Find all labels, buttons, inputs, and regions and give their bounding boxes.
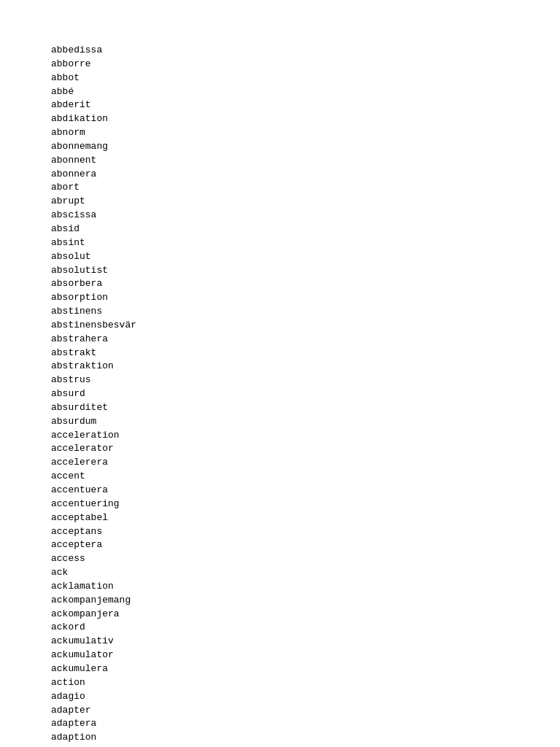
list-item: abscissa bbox=[51, 209, 509, 222]
list-item: ackumulativ bbox=[51, 635, 509, 649]
list-item: adaptera bbox=[51, 717, 509, 731]
list-item: absint bbox=[51, 236, 509, 250]
list-item: acceptera bbox=[51, 538, 509, 552]
list-item: acceleration bbox=[51, 429, 509, 443]
list-item: abdikation bbox=[51, 112, 509, 126]
list-item: ackumulera bbox=[51, 662, 509, 676]
list-item: ackord bbox=[51, 621, 509, 635]
list-item: accent bbox=[51, 470, 509, 484]
list-item: abstrakt bbox=[51, 347, 509, 360]
word-list: abbedissaabborreabbotabbéabderitabdikati… bbox=[51, 44, 509, 747]
list-item: accelerera bbox=[51, 456, 509, 470]
list-item: accentuering bbox=[51, 498, 509, 511]
list-item: absid bbox=[51, 222, 509, 236]
list-item: abbé bbox=[51, 85, 509, 99]
list-item: absurdum bbox=[51, 415, 509, 429]
list-item: acklamation bbox=[51, 580, 509, 594]
list-item: abborre bbox=[51, 58, 509, 71]
list-item: abstinens bbox=[51, 305, 509, 319]
list-item: access bbox=[51, 552, 509, 566]
list-item: absolutist bbox=[51, 264, 509, 278]
list-item: abstinensbesvär bbox=[51, 319, 509, 333]
list-item: abrupt bbox=[51, 195, 509, 209]
list-item: abbedissa bbox=[51, 44, 509, 58]
list-item: abonnemang bbox=[51, 140, 509, 154]
list-item: absorbera bbox=[51, 277, 509, 291]
list-item: ackompanjera bbox=[51, 608, 509, 622]
list-item: abnorm bbox=[51, 126, 509, 140]
list-item: abort bbox=[51, 181, 509, 195]
list-item: ackumulator bbox=[51, 649, 509, 662]
list-item: acceptans bbox=[51, 525, 509, 539]
list-item: abonnera bbox=[51, 168, 509, 182]
list-item: absolut bbox=[51, 250, 509, 264]
list-item: ackompanjemang bbox=[51, 594, 509, 608]
list-item: abbot bbox=[51, 71, 509, 85]
list-item: accelerator bbox=[51, 442, 509, 456]
list-item: action bbox=[51, 676, 509, 690]
list-item: absorption bbox=[51, 291, 509, 305]
list-item: adaption bbox=[51, 731, 509, 745]
list-item: adapter bbox=[51, 704, 509, 718]
list-item: abstrahera bbox=[51, 333, 509, 347]
list-item: abstrus bbox=[51, 374, 509, 387]
list-item: abonnent bbox=[51, 154, 509, 168]
list-item: acceptabel bbox=[51, 511, 509, 525]
list-item: accentuera bbox=[51, 484, 509, 498]
list-item: absurd bbox=[51, 387, 509, 401]
list-item: abstraktion bbox=[51, 360, 509, 374]
list-item: adagio bbox=[51, 690, 509, 704]
list-item: abderit bbox=[51, 98, 509, 112]
list-item: ack bbox=[51, 566, 509, 580]
list-item: absurditet bbox=[51, 401, 509, 415]
